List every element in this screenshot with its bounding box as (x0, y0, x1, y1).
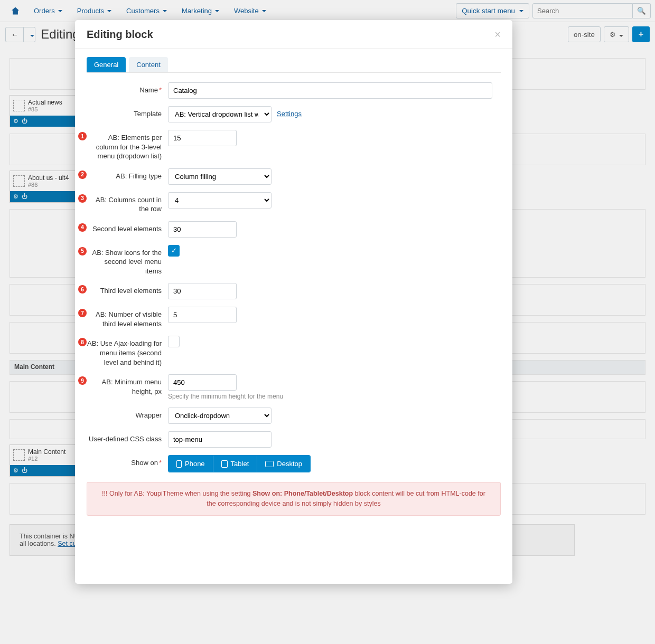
label-third-level: Third level elements (87, 283, 168, 299)
nav-home[interactable] (4, 7, 26, 15)
label-show-icons: AB: Show icons for the second level menu… (87, 245, 168, 276)
modal-tabs: General Content (87, 57, 501, 73)
power-icon[interactable]: ⏻ (22, 118, 27, 125)
label-filling-type: AB: Filling type (87, 168, 168, 185)
label-show-on: Show on* (87, 455, 168, 472)
block-id: #86 (28, 182, 69, 188)
label-template: Template (87, 106, 168, 122)
back-button[interactable]: ← (5, 27, 24, 42)
power-icon[interactable]: ⏻ (22, 467, 27, 474)
badge-8: 8 (78, 338, 87, 346)
elements-per-column-input[interactable] (168, 130, 237, 146)
show-icons-checkbox[interactable]: ✓ (168, 245, 180, 257)
badge-9: 9 (78, 376, 87, 385)
badge-5: 5 (78, 247, 87, 255)
wrapper-select[interactable]: Onclick-dropdown (168, 408, 272, 424)
quick-start-menu[interactable]: Quick start menu (456, 3, 529, 18)
columns-count-select[interactable]: 4 (168, 192, 272, 209)
nav-marketing[interactable]: Marketing (174, 7, 227, 15)
label-visible-third: AB: Number of visible third level elemen… (87, 307, 168, 328)
theme-warning: !!! Only for AB: YoupiTheme when using t… (87, 482, 501, 516)
block-actual-news[interactable]: Actual news#85 ⚙⏻ (10, 95, 76, 127)
css-class-input[interactable] (168, 431, 272, 448)
nav-customers[interactable]: Customers (119, 7, 174, 15)
label-columns-count: AB: Columns count in the row (87, 192, 168, 214)
label-css-class: User-defined CSS class (87, 431, 168, 448)
search-button[interactable]: 🔍 (633, 3, 651, 18)
block-main-content[interactable]: Main Content#12 ⚙⏻ (10, 444, 76, 477)
device-desktop[interactable]: Desktop (257, 456, 310, 472)
label-second-level: Second level elements (87, 221, 168, 238)
preview-onsite[interactable]: on-site (568, 26, 601, 42)
close-icon[interactable]: × (494, 29, 501, 41)
block-title: Main Content (28, 448, 66, 456)
label-name: Name* (87, 82, 168, 99)
label-min-height: AB: Minimum menu height, px (87, 374, 168, 400)
tablet-icon (221, 460, 228, 468)
caret-icon (58, 10, 62, 12)
name-input[interactable] (168, 82, 492, 99)
badge-2: 2 (78, 171, 87, 179)
label-elements-per-column: AB: Elements per column for the 3-level … (87, 130, 168, 161)
device-tablet[interactable]: Tablet (213, 456, 258, 472)
gear-icon[interactable]: ⚙ (13, 467, 18, 474)
modal-title: Editing block (87, 29, 153, 41)
label-wrapper: Wrapper (87, 408, 168, 424)
nav-orders[interactable]: Orders (26, 7, 70, 15)
label-ajax-loading: AB: Use Ajax-loading for menu items (sec… (87, 336, 168, 367)
search-input[interactable] (532, 3, 633, 18)
back-dropdown[interactable] (24, 27, 35, 42)
badge-6: 6 (78, 285, 87, 293)
phone-icon (176, 460, 182, 468)
page-title: Editing (41, 27, 79, 42)
template-settings-link[interactable]: Settings (272, 106, 302, 122)
filling-type-select[interactable]: Column filling (168, 168, 272, 185)
home-icon (12, 7, 19, 15)
editing-block-modal: Editing block × General Content Name* Te… (75, 20, 512, 584)
block-id: #85 (28, 106, 62, 112)
min-height-input[interactable] (168, 374, 237, 391)
block-title: Actual news (28, 99, 62, 106)
template-select[interactable]: AB: Vertical dropdown list with icons (168, 106, 272, 122)
settings-button[interactable]: ⚙ (604, 26, 629, 42)
nav-products[interactable]: Products (70, 7, 119, 15)
badge-3: 3 (78, 194, 87, 203)
top-nav: Orders Products Customers Marketing Webs… (0, 0, 655, 22)
notice-link[interactable]: Set cu (58, 540, 76, 547)
show-on-group: Phone Tablet Desktop (168, 455, 311, 472)
add-button[interactable]: + (632, 26, 650, 42)
third-level-input[interactable] (168, 283, 237, 299)
nav-website[interactable]: Website (227, 7, 274, 15)
tab-general[interactable]: General (87, 57, 126, 72)
power-icon[interactable]: ⏻ (22, 193, 27, 200)
badge-1: 1 (78, 132, 87, 140)
second-level-input[interactable] (168, 221, 237, 238)
badge-4: 4 (78, 223, 87, 232)
block-id: #12 (28, 456, 66, 462)
block-about-us[interactable]: About us - ult4#86 ⚙⏻ (10, 171, 76, 203)
visible-third-input[interactable] (168, 307, 237, 323)
block-title: About us - ult4 (28, 174, 69, 182)
tab-content[interactable]: Content (129, 57, 168, 72)
block-icon (13, 100, 25, 111)
gear-icon[interactable]: ⚙ (13, 193, 18, 200)
ajax-loading-checkbox[interactable] (168, 336, 180, 347)
desktop-icon (265, 461, 274, 467)
device-phone[interactable]: Phone (169, 456, 213, 472)
min-height-hint: Specify the minimum height for the menu (168, 393, 283, 400)
badge-7: 7 (78, 309, 87, 317)
gear-icon[interactable]: ⚙ (13, 118, 18, 125)
